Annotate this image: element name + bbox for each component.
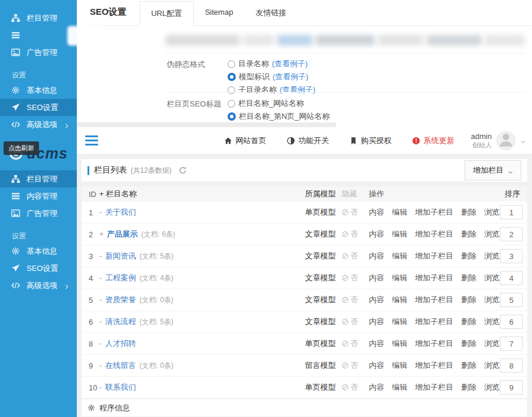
action-编辑[interactable]: 编辑	[392, 207, 407, 218]
expand-icon[interactable]: +	[99, 230, 103, 238]
action-内容[interactable]: 内容	[369, 382, 384, 393]
action-编辑[interactable]: 编辑	[392, 382, 407, 393]
action-内容[interactable]: 内容	[369, 360, 384, 371]
collapse-icon[interactable]: -	[99, 296, 102, 304]
radio-checked[interactable]	[228, 112, 236, 121]
column-name-link[interactable]: 在线留言	[105, 360, 136, 371]
action-增加子栏目[interactable]: 增加子栏目	[415, 229, 453, 240]
sidebar-item-SEO设置[interactable]: SEO设置	[0, 260, 77, 277]
sort-input[interactable]	[500, 205, 523, 219]
sidebar-item-广告管理[interactable]: 广告管理	[0, 44, 77, 61]
sort-input[interactable]	[500, 227, 523, 241]
sidebar-item-SEO设置[interactable]: SEO设置	[0, 99, 77, 116]
action-内容[interactable]: 内容	[369, 338, 384, 349]
sort-input[interactable]	[500, 293, 523, 307]
sidebar-item-blurred[interactable]	[0, 27, 77, 44]
column-name-link[interactable]: 工程案例	[105, 273, 136, 283]
action-增加子栏目[interactable]: 增加子栏目	[415, 338, 453, 349]
sort-input[interactable]	[500, 337, 523, 351]
radio-option-子目录名称[interactable]: 子目录名称(查看例子)	[228, 85, 316, 95]
action-内容[interactable]: 内容	[369, 316, 384, 327]
sidebar-item-基本信息[interactable]: 基本信息	[0, 243, 77, 260]
example-link[interactable]: (查看例子)	[273, 72, 309, 82]
tab-友情链接[interactable]: 友情链接	[244, 1, 297, 25]
sidebar-item-高级选项[interactable]: 高级选项	[0, 277, 77, 294]
sidebar-item-基本信息[interactable]: 基本信息	[0, 82, 77, 99]
action-增加子栏目[interactable]: 增加子栏目	[415, 382, 453, 393]
column-name-link[interactable]: 新闻资讯	[105, 251, 136, 261]
sidebar-item-高级选项[interactable]: 高级选项	[0, 116, 77, 133]
column-name-link[interactable]: 清洗流程	[105, 316, 136, 327]
radio-option-栏目名称_第N页_网站名称[interactable]: 栏目名称_第N页_网站名称	[228, 111, 330, 122]
refresh-icon[interactable]	[179, 166, 187, 174]
column-name-link[interactable]: 联系我们	[105, 382, 136, 393]
action-编辑[interactable]: 编辑	[392, 251, 407, 261]
action-编辑[interactable]: 编辑	[392, 360, 407, 371]
action-增加子栏目[interactable]: 增加子栏目	[415, 251, 453, 261]
nav-item-系统更新[interactable]: 系统更新	[412, 135, 455, 146]
radio-option-目录名称[interactable]: 目录名称(查看例子)	[228, 59, 316, 69]
column-name-link[interactable]: 产品展示	[107, 229, 138, 240]
action-编辑[interactable]: 编辑	[392, 338, 407, 349]
add-column-button[interactable]: 增加栏目	[465, 160, 521, 180]
collapse-icon[interactable]: -	[99, 318, 102, 326]
sidebar-item-广告管理[interactable]: 广告管理	[0, 205, 77, 222]
radio-checked[interactable]	[228, 73, 236, 81]
column-name-link[interactable]: 资质荣誉	[105, 295, 136, 305]
action-删除[interactable]: 删除	[461, 382, 476, 393]
column-name-link[interactable]: 关于我们	[105, 207, 136, 218]
collapse-icon[interactable]: -	[99, 383, 102, 392]
action-编辑[interactable]: 编辑	[392, 273, 407, 283]
action-内容[interactable]: 内容	[369, 207, 384, 218]
column-name-link[interactable]: 人才招聘	[105, 338, 136, 349]
menu-toggle-button[interactable]	[85, 135, 98, 146]
example-link[interactable]: (查看例子)	[272, 59, 308, 69]
avatar[interactable]	[497, 131, 515, 150]
action-删除[interactable]: 删除	[461, 338, 476, 349]
sort-input[interactable]	[500, 380, 523, 395]
radio-unchecked[interactable]	[228, 60, 235, 68]
action-删除[interactable]: 删除	[461, 360, 476, 371]
sort-input[interactable]	[500, 315, 523, 329]
action-增加子栏目[interactable]: 增加子栏目	[415, 295, 453, 305]
action-删除[interactable]: 删除	[461, 251, 476, 261]
collapse-icon[interactable]: -	[99, 208, 102, 216]
action-内容[interactable]: 内容	[369, 229, 384, 240]
action-编辑[interactable]: 编辑	[392, 316, 407, 327]
action-删除[interactable]: 删除	[461, 316, 476, 327]
nav-item-功能开关[interactable]: 功能开关	[287, 135, 329, 146]
action-内容[interactable]: 内容	[369, 295, 384, 305]
action-内容[interactable]: 内容	[369, 251, 384, 261]
action-增加子栏目[interactable]: 增加子栏目	[415, 316, 453, 327]
tab-Sitemap[interactable]: Sitemap	[194, 1, 245, 25]
action-内容[interactable]: 内容	[369, 273, 384, 283]
tab-URL配置[interactable]: URL配置	[140, 1, 194, 26]
sort-input[interactable]	[500, 249, 523, 263]
action-增加子栏目[interactable]: 增加子栏目	[415, 273, 453, 283]
radio-unchecked[interactable]	[228, 100, 235, 108]
action-删除[interactable]: 删除	[461, 295, 476, 305]
action-编辑[interactable]: 编辑	[392, 295, 407, 305]
collapse-icon[interactable]: -	[99, 361, 102, 370]
action-增加子栏目[interactable]: 增加子栏目	[415, 360, 453, 371]
hidden-value: 否	[351, 295, 358, 305]
sidebar-item-栏目管理[interactable]: 栏目管理	[0, 170, 77, 188]
action-增加子栏目[interactable]: 增加子栏目	[415, 207, 453, 218]
sort-input[interactable]	[500, 271, 523, 285]
action-删除[interactable]: 删除	[461, 229, 476, 240]
sort-input[interactable]	[500, 358, 523, 373]
collapse-icon[interactable]: -	[99, 252, 102, 260]
nav-item-购买授权[interactable]: 购买授权	[349, 135, 392, 146]
example-link[interactable]: (查看例子)	[280, 85, 316, 95]
collapse-icon[interactable]: -	[99, 274, 102, 282]
sidebar-item-内容管理[interactable]: 内容管理	[0, 188, 77, 205]
action-删除[interactable]: 删除	[461, 273, 476, 283]
radio-option-栏目名称_网站名称[interactable]: 栏目名称_网站名称	[228, 98, 330, 109]
nav-item-网站首页[interactable]: 网站首页	[224, 135, 267, 146]
user-menu[interactable]: admin 创始人	[471, 131, 526, 150]
action-删除[interactable]: 删除	[461, 207, 476, 218]
radio-option-模型标识[interactable]: 模型标识(查看例子)	[228, 72, 316, 82]
sidebar-item-栏目管理[interactable]: 栏目管理	[0, 9, 77, 27]
collapse-icon[interactable]: -	[99, 340, 102, 348]
action-编辑[interactable]: 编辑	[392, 229, 407, 240]
